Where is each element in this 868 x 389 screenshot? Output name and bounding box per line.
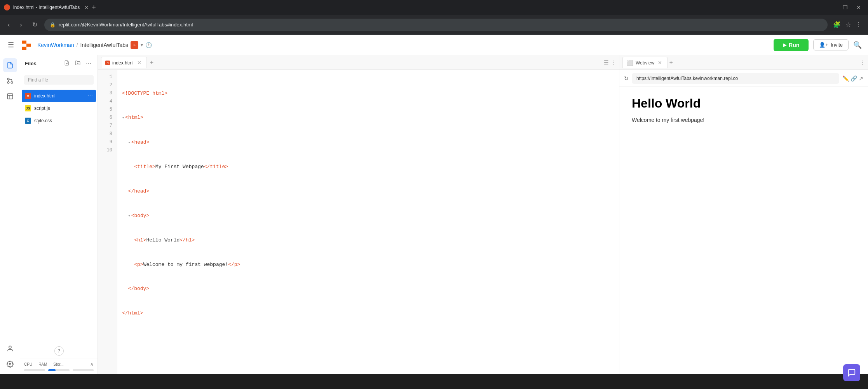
files-title: Files (25, 61, 60, 66)
menu-btn[interactable]: ⋮ (854, 19, 863, 30)
line-num-7: 7 (98, 122, 117, 130)
chat-fab-btn[interactable] (843, 364, 860, 381)
new-file-btn[interactable] (63, 59, 71, 68)
webview-refresh-btn[interactable]: ↻ (624, 75, 629, 82)
forward-btn[interactable]: › (17, 20, 25, 30)
cpu-label: CPU (24, 362, 32, 366)
line-num-9: 9 (98, 138, 117, 146)
file-name-script-js: script.js (34, 106, 84, 111)
line-numbers: 1 2 3 4 5 6 7 8 9 10 (98, 70, 117, 374)
editor-tabs: H index.html ✕ + ☰ ⋮ (98, 55, 619, 70)
help-btn[interactable]: ? (54, 346, 64, 356)
code-line-1: <!DOCTYPE html> (122, 89, 614, 97)
svg-point-1 (7, 78, 9, 80)
collapse-footer-btn[interactable]: ∧ (90, 361, 94, 367)
svg-point-0 (11, 82, 13, 83)
editor-tab-add-btn[interactable]: + (148, 57, 155, 68)
code-line-8: <p>Welcome to my first webpage!</p> (122, 260, 614, 269)
webview-tab-close[interactable]: ✕ (657, 59, 663, 66)
address-bar[interactable]: 🔒 replit.com/@KevinWorkman/IntelligentAw… (44, 19, 828, 31)
url-text: replit.com/@KevinWorkman/IntelligentAwfu… (59, 22, 193, 28)
close-btn[interactable]: ✕ (853, 3, 864, 12)
stor-label: Stor... (53, 362, 63, 366)
search-header-btn[interactable]: 🔍 (853, 41, 862, 49)
code-line-5: </head> (122, 187, 614, 195)
active-tab-title: index.html - IntelligentAwfulTabs (13, 5, 80, 10)
code-line-9: </body> (122, 285, 614, 293)
file-item-index-html[interactable]: H index.html ⋯ (22, 90, 96, 102)
files-search (20, 72, 98, 88)
maximize-btn[interactable]: ❐ (840, 3, 851, 12)
files-more-btn[interactable]: ⋯ (84, 60, 93, 68)
files-footer: CPU RAM Stor... ∧ (20, 358, 98, 374)
webview-heading: Hello World (632, 96, 856, 111)
code-area[interactable]: 1 2 3 4 5 6 7 8 9 10 <!DOCTYPE html> ▾<h… (98, 70, 619, 374)
svg-point-2 (7, 82, 9, 83)
file-list: H index.html ⋯ JS script.js ⋯ C style.cs… (20, 88, 98, 217)
star-btn[interactable]: ☆ (844, 19, 852, 30)
minimize-btn[interactable]: — (826, 3, 837, 12)
html-file-icon: H (25, 93, 31, 99)
editor-tab-label: index.html (112, 60, 134, 66)
sidebar-item-account[interactable] (3, 342, 17, 356)
editor-console-btn[interactable]: ☰ (604, 59, 609, 66)
ram-fill (48, 369, 56, 371)
invite-icon: 👤+ (819, 42, 828, 48)
sidebar-item-files[interactable] (3, 58, 17, 72)
files-panel: Files ⋯ H index.html ⋯ JS (20, 55, 98, 374)
project-name[interactable]: IntelligentAwfulTabs (80, 42, 128, 48)
editor-tab-close[interactable]: ✕ (136, 59, 143, 66)
code-line-10: </html> (122, 309, 614, 317)
editor-tab-index-html[interactable]: H index.html ✕ (101, 57, 147, 68)
webview-tab-label: Webview (636, 60, 654, 66)
extensions-btn[interactable]: 🧩 (831, 19, 842, 30)
line-num-10: 10 (98, 146, 117, 155)
invite-btn[interactable]: 👤+ Invite (813, 39, 849, 50)
new-folder-btn[interactable] (73, 59, 82, 68)
code-line-7: <h1>Hello World</h1> (122, 236, 614, 244)
editor-more-btn[interactable]: ⋮ (610, 59, 616, 66)
line-num-6: 6 (98, 114, 117, 122)
webview-content: Hello World Welcome to my first webpage! (619, 87, 868, 374)
breadcrumb: KevinWorkman / IntelligentAwfulTabs 5 ▾ … (37, 41, 152, 49)
file-search-input[interactable] (24, 75, 94, 85)
reload-btn[interactable]: ↻ (29, 19, 40, 30)
tab-close-btn[interactable]: ✕ (84, 5, 89, 10)
history-btn[interactable]: 🕐 (145, 42, 152, 48)
webview-paragraph: Welcome to my first webpage! (632, 117, 856, 123)
cpu-bar (24, 369, 45, 371)
code-content[interactable]: <!DOCTYPE html> ▾<html> ▾<head> <title>M… (117, 70, 619, 374)
file-item-script-js[interactable]: JS script.js ⋯ (22, 102, 96, 115)
back-btn[interactable]: ‹ (5, 20, 13, 30)
file-item-style-css[interactable]: C style.css ⋯ (22, 115, 96, 127)
html-badge: 5 (131, 41, 138, 49)
project-dropdown-btn[interactable]: ▾ (141, 42, 143, 48)
webview-open-external-btn[interactable]: ↗ (859, 75, 863, 82)
files-header: Files ⋯ (20, 55, 98, 72)
sidebar-item-git[interactable] (3, 74, 17, 88)
run-btn[interactable]: ▶ Run (774, 39, 809, 51)
line-num-4: 4 (98, 97, 117, 106)
ram-label: RAM (38, 362, 47, 366)
webview-edit-url-btn[interactable]: ✏️ (842, 75, 849, 82)
hamburger-btn[interactable]: ☰ (6, 39, 16, 51)
webview-tab-add-btn[interactable]: + (669, 59, 673, 66)
ram-bar (48, 369, 69, 371)
browser-titlebar: index.html - IntelligentAwfulTabs ✕ + — … (0, 0, 868, 15)
webview-url-text: https://IntelligentAwfulTabs.kevinworkma… (636, 76, 738, 81)
replit-main: Files ⋯ H index.html ⋯ JS (0, 55, 868, 374)
webview-more-btn[interactable]: ⋮ (859, 59, 865, 66)
new-tab-btn[interactable]: + (92, 3, 96, 12)
replit-logo (20, 39, 33, 51)
webview-panel: ⬜ Webview ✕ + ⋮ ↻ https://IntelligentAwf… (619, 55, 868, 374)
svg-point-7 (9, 346, 11, 348)
js-file-icon: JS (25, 105, 31, 111)
webview-url[interactable]: https://IntelligentAwfulTabs.kevinworkma… (632, 73, 839, 84)
sidebar-item-packages[interactable] (3, 89, 17, 103)
webview-copy-url-btn[interactable]: 🔗 (851, 75, 857, 82)
file-more-btn-index[interactable]: ⋯ (87, 93, 93, 99)
user-name[interactable]: KevinWorkman (37, 42, 74, 48)
sidebar-item-settings[interactable] (3, 357, 17, 371)
webview-tab-main[interactable]: ⬜ Webview ✕ (622, 57, 668, 68)
breadcrumb-sep: / (77, 42, 78, 48)
